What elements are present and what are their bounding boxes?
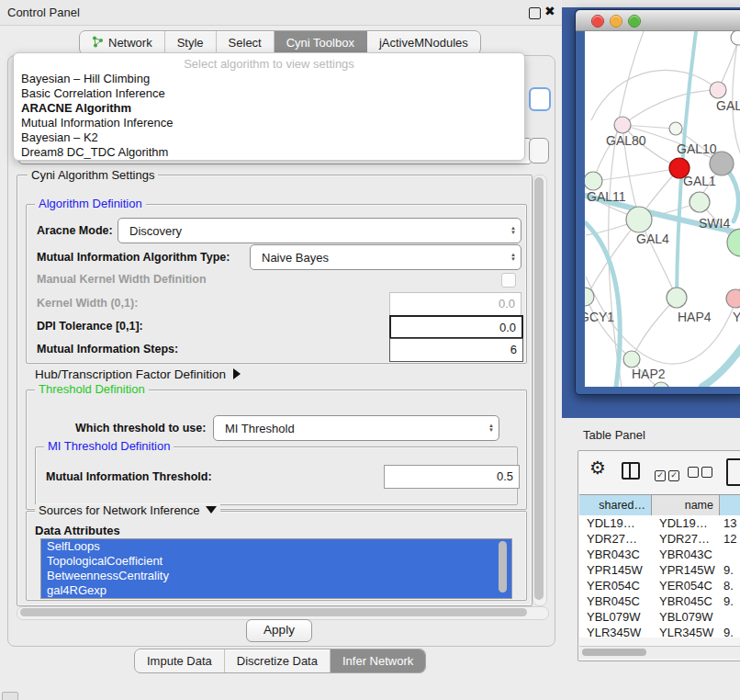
network-node-gal11[interactable] bbox=[585, 172, 602, 190]
network-node[interactable] bbox=[731, 31, 740, 45]
table-cell: YLR345W bbox=[652, 625, 720, 638]
threshold-definition-title: Threshold Definition bbox=[35, 383, 149, 396]
algorithm-option[interactable]: Mutual Information Inference bbox=[14, 116, 524, 130]
select-all-columns-icon[interactable]: ✓✓ bbox=[655, 465, 682, 481]
column-view-icon[interactable] bbox=[622, 462, 640, 480]
table-row[interactable]: YDR27…YDR27…12 bbox=[579, 531, 740, 547]
zoom-traffic-light-icon[interactable] bbox=[628, 15, 641, 28]
focused-spinner-button[interactable] bbox=[529, 87, 551, 111]
data-attribute-item[interactable]: gal4RGexp bbox=[41, 583, 511, 598]
mi-threshold-field[interactable]: 0.5 bbox=[384, 465, 520, 489]
data-attributes-list[interactable]: SelfLoopsTopologicalCoefficientBetweenne… bbox=[40, 538, 512, 599]
chevron-down-icon bbox=[206, 506, 217, 514]
mi-algorithm-type-combobox[interactable]: Naive Bayes ▲▼ bbox=[250, 244, 521, 270]
node-label: SWI4 bbox=[699, 216, 730, 231]
table-row[interactable]: YPR145WYPR145W9. bbox=[579, 562, 740, 578]
algorithm-option[interactable]: Dream8 DC_TDC Algorithm bbox=[14, 145, 524, 160]
table-scroll-thumb[interactable] bbox=[582, 649, 646, 656]
table-header-row: shared…nameA bbox=[579, 494, 740, 516]
network-node-swi4[interactable] bbox=[690, 192, 710, 212]
network-node-gal4[interactable] bbox=[626, 207, 652, 232]
close-icon[interactable]: ✖ bbox=[544, 4, 555, 18]
algorithm-definition-title: Algorithm Definition bbox=[35, 198, 146, 210]
network-node-gal[interactable] bbox=[710, 82, 726, 98]
hub-definition-toggle[interactable]: Hub/Transcription Factor Definition bbox=[35, 367, 241, 381]
node-table: ⚙ ✓✓ shared…nameA YDL19…YDL19…13YDR27…YD… bbox=[577, 450, 740, 661]
table-horizontal-scrollbar[interactable] bbox=[579, 646, 740, 659]
node-label: HAP4 bbox=[678, 310, 712, 324]
desktop-top-strip bbox=[562, 0, 740, 7]
tab-label: Discretize Data bbox=[237, 654, 318, 668]
stepper-arrows-icon: ▲▼ bbox=[506, 245, 521, 269]
table-cell: 8. bbox=[720, 578, 740, 593]
gear-icon[interactable]: ⚙ bbox=[589, 457, 606, 479]
table-row[interactable]: YBR043CYBR043C bbox=[579, 547, 740, 562]
network-canvas[interactable]: GALGAL80GAL10GAL1SWI4GAL11GAL4GCY1HAP4YH… bbox=[585, 31, 740, 387]
sources-title: Sources for Network Inference bbox=[39, 503, 200, 517]
network-node-gal80[interactable] bbox=[614, 117, 631, 133]
network-node[interactable] bbox=[653, 382, 669, 387]
table-column-header[interactable]: A bbox=[720, 495, 740, 515]
algorithm-option[interactable]: Basic Correlation Inference bbox=[14, 86, 524, 101]
manual-kernel-width-checkbox[interactable] bbox=[501, 273, 516, 288]
network-icon bbox=[92, 36, 104, 51]
data-attribute-item[interactable]: SelfLoops bbox=[41, 539, 511, 554]
sources-title-toggle[interactable]: Sources for Network Inference bbox=[35, 504, 220, 517]
float-window-icon[interactable] bbox=[529, 7, 541, 19]
data-attribute-item[interactable]: TopologicalCoefficient bbox=[41, 554, 511, 569]
horizontal-scroll-thumb[interactable] bbox=[20, 608, 527, 616]
algorithm-option[interactable]: Bayesian – K2 bbox=[14, 130, 524, 145]
tab-label: Select bbox=[229, 36, 262, 50]
tab-style[interactable]: Style bbox=[165, 31, 217, 54]
table-cell: 9. bbox=[720, 562, 740, 578]
network-window-titlebar[interactable] bbox=[576, 10, 740, 31]
spinner-button[interactable] bbox=[529, 138, 549, 164]
aracne-mode-combobox[interactable]: Discovery ▲▼ bbox=[118, 218, 521, 243]
table-cell: YLR345W bbox=[579, 625, 652, 638]
tab-select[interactable]: Select bbox=[217, 31, 275, 54]
vertical-scroll-thumb[interactable] bbox=[534, 177, 544, 600]
data-attribute-item[interactable]: BetweennessCentrality bbox=[41, 569, 511, 583]
tab-cyni-toolbox[interactable]: Cyni Toolbox bbox=[275, 31, 367, 54]
algorithm-option[interactable]: Bayesian – Hill Climbing bbox=[14, 72, 524, 86]
table-row[interactable]: YER054CYER054C8. bbox=[579, 578, 740, 593]
tab-impute-data[interactable]: Impute Data bbox=[135, 649, 225, 672]
list-scrollbar-thumb[interactable] bbox=[499, 541, 507, 593]
new-table-icon[interactable] bbox=[726, 458, 740, 486]
table-row[interactable]: YDL19…YDL19…13 bbox=[579, 515, 740, 531]
minimize-traffic-light-icon[interactable] bbox=[610, 15, 622, 28]
deselect-all-columns-icon[interactable] bbox=[688, 465, 715, 481]
tab-jactivemnodules[interactable]: jActiveMNodules bbox=[367, 31, 480, 54]
table-column-header[interactable]: name bbox=[652, 495, 720, 515]
bottom-left-chip[interactable] bbox=[2, 692, 18, 700]
table-row[interactable]: YBR045CYBR045C9. bbox=[579, 593, 740, 609]
algorithm-option[interactable]: ARACNE Algorithm bbox=[14, 101, 524, 116]
table-cell bbox=[720, 547, 740, 562]
node-label: GAL4 bbox=[636, 231, 669, 246]
kernel-width-field[interactable]: 0.0 bbox=[389, 292, 521, 316]
network-graph: GALGAL80GAL10GAL1SWI4GAL11GAL4GCY1HAP4YH… bbox=[585, 31, 740, 387]
tab-network[interactable]: Network bbox=[80, 31, 165, 54]
close-traffic-light-icon[interactable] bbox=[591, 15, 604, 28]
table-cell: 9. bbox=[720, 625, 740, 638]
network-node-hap2[interactable] bbox=[623, 351, 640, 367]
network-node[interactable] bbox=[669, 122, 682, 135]
network-node-y[interactable] bbox=[726, 289, 740, 308]
dpi-tolerance-field[interactable]: 0.0 bbox=[389, 315, 523, 339]
settings-horizontal-scrollbar[interactable] bbox=[17, 606, 549, 620]
settings-vertical-scrollbar[interactable] bbox=[533, 175, 547, 606]
table-column-header[interactable]: shared… bbox=[579, 495, 652, 515]
tab-discretize-data[interactable]: Discretize Data bbox=[225, 649, 331, 672]
mi-steps-field[interactable]: 6 bbox=[389, 338, 523, 362]
which-threshold-combobox[interactable]: MI Threshold ▲▼ bbox=[213, 415, 499, 441]
tab-infer-network[interactable]: Infer Network bbox=[331, 649, 425, 672]
table-row[interactable]: YLR345WYLR345W9. bbox=[579, 625, 740, 638]
network-node-hap4[interactable] bbox=[667, 288, 687, 308]
chevron-right-icon bbox=[233, 368, 241, 379]
network-view-window[interactable]: GALGAL80GAL10GAL1SWI4GAL11GAL4GCY1HAP4YH… bbox=[575, 9, 740, 395]
table-row[interactable]: YBL079WYBL079W bbox=[579, 609, 740, 625]
data-attributes-label: Data Attributes bbox=[35, 524, 120, 537]
control-panel-titlebar: Control Panel ✖ bbox=[0, 0, 562, 26]
data-attributes-items: SelfLoopsTopologicalCoefficientBetweenne… bbox=[41, 539, 511, 598]
apply-button[interactable]: Apply bbox=[246, 619, 312, 642]
